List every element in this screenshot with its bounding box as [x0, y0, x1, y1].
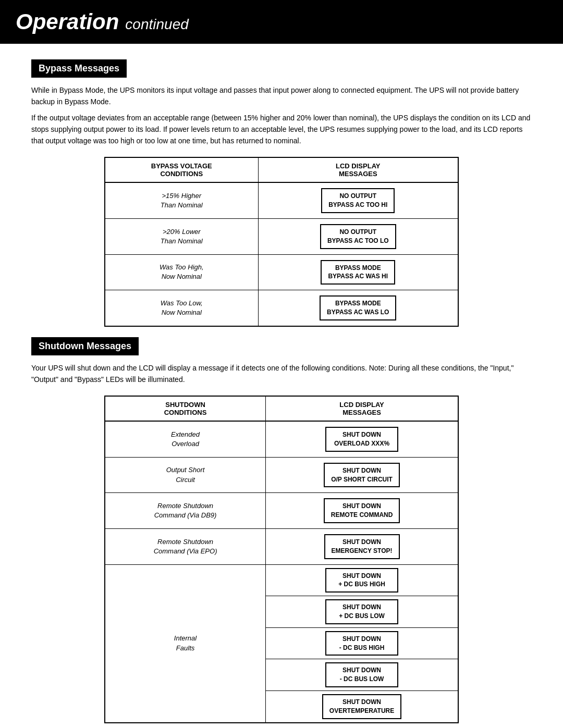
bypass-table-container: BYPASS VOLTAGE CONDITIONS LCD DISPLAY ME…: [104, 157, 459, 326]
shutdown-section: Shutdown Messages Your UPS will shut dow…: [31, 337, 532, 723]
condition-cell: Remote ShutdownCommand (Via EPO): [105, 528, 266, 564]
message-cell: SHUT DOWNEMERGENCY STOP!: [266, 528, 458, 564]
message-cell: SHUT DOWN+ DC BUS HIGH: [266, 564, 458, 596]
message-cell: NO OUTPUTBYPASS AC TOO LO: [258, 219, 458, 255]
shutdown-para1: Your UPS will shut down and the LCD will…: [31, 363, 532, 385]
message-cell: SHUT DOWNOVERLOAD XXX%: [266, 421, 458, 457]
bypass-section: Bypass Messages While in Bypass Mode, th…: [31, 59, 532, 327]
table-row: >20% LowerThan NominalNO OUTPUTBYPASS AC…: [105, 219, 458, 255]
condition-cell: >20% LowerThan Nominal: [105, 219, 258, 255]
bypass-col2-header: LCD DISPLAY MESSAGES: [258, 157, 458, 182]
page: Operation continued Bypass Messages Whil…: [0, 0, 563, 728]
message-cell: SHUT DOWN+ DC BUS LOW: [266, 596, 458, 628]
table-row: Was Too High,Now NominalBYPASS MODEBYPAS…: [105, 254, 458, 290]
bypass-para2: If the output voltage deviates from an a…: [31, 113, 532, 146]
condition-cell: >15% HigherThan Nominal: [105, 182, 258, 218]
message-cell: SHUT DOWN- DC BUS LOW: [266, 659, 458, 691]
message-cell: SHUT DOWNOVERTEMPERATURE: [266, 690, 458, 722]
table-row: >15% HigherThan NominalNO OUTPUTBYPASS A…: [105, 182, 458, 218]
table-row: InternalFaultsSHUT DOWN+ DC BUS HIGH: [105, 564, 458, 596]
condition-cell: Output ShortCircuit: [105, 457, 266, 493]
table-row: Remote ShutdownCommand (Via EPO)SHUT DOW…: [105, 528, 458, 564]
bypass-col1-header: BYPASS VOLTAGE CONDITIONS: [105, 157, 258, 182]
shutdown-col1-header: SHUTDOWN CONDITIONS: [105, 396, 266, 421]
condition-cell: InternalFaults: [105, 564, 266, 722]
header-bar: Operation continued: [0, 0, 563, 44]
table-row: Output ShortCircuitSHUT DOWNO/P SHORT CI…: [105, 457, 458, 493]
message-cell: SHUT DOWNREMOTE COMMAND: [266, 493, 458, 529]
condition-cell: Was Too High,Now Nominal: [105, 254, 258, 290]
bypass-section-header: Bypass Messages: [31, 59, 127, 78]
header-title-operation: Operation: [16, 9, 119, 34]
condition-cell: Was Too Low,Now Nominal: [105, 290, 258, 326]
message-cell: NO OUTPUTBYPASS AC TOO HI: [258, 182, 458, 218]
table-row: Remote ShutdownCommand (Via DB9)SHUT DOW…: [105, 493, 458, 529]
bypass-para1: While in Bypass Mode, the UPS monitors i…: [31, 85, 532, 107]
shutdown-section-header: Shutdown Messages: [31, 337, 139, 355]
condition-cell: ExtendedOverload: [105, 421, 266, 457]
message-cell: SHUT DOWNO/P SHORT CIRCUIT: [266, 457, 458, 493]
message-cell: SHUT DOWN- DC BUS HIGH: [266, 627, 458, 659]
message-cell: BYPASS MODEBYPASS AC WAS HI: [258, 254, 458, 290]
bypass-table: BYPASS VOLTAGE CONDITIONS LCD DISPLAY ME…: [104, 157, 459, 326]
message-cell: BYPASS MODEBYPASS AC WAS LO: [258, 290, 458, 326]
condition-cell: Remote ShutdownCommand (Via DB9): [105, 493, 266, 529]
shutdown-table: SHUTDOWN CONDITIONS LCD DISPLAY MESSAGES…: [104, 396, 459, 723]
header-title-continued: continued: [125, 16, 188, 33]
shutdown-col2-header: LCD DISPLAY MESSAGES: [266, 396, 458, 421]
table-row: Was Too Low,Now NominalBYPASS MODEBYPASS…: [105, 290, 458, 326]
table-row: ExtendedOverloadSHUT DOWNOVERLOAD XXX%: [105, 421, 458, 457]
shutdown-table-container: SHUTDOWN CONDITIONS LCD DISPLAY MESSAGES…: [104, 396, 459, 723]
